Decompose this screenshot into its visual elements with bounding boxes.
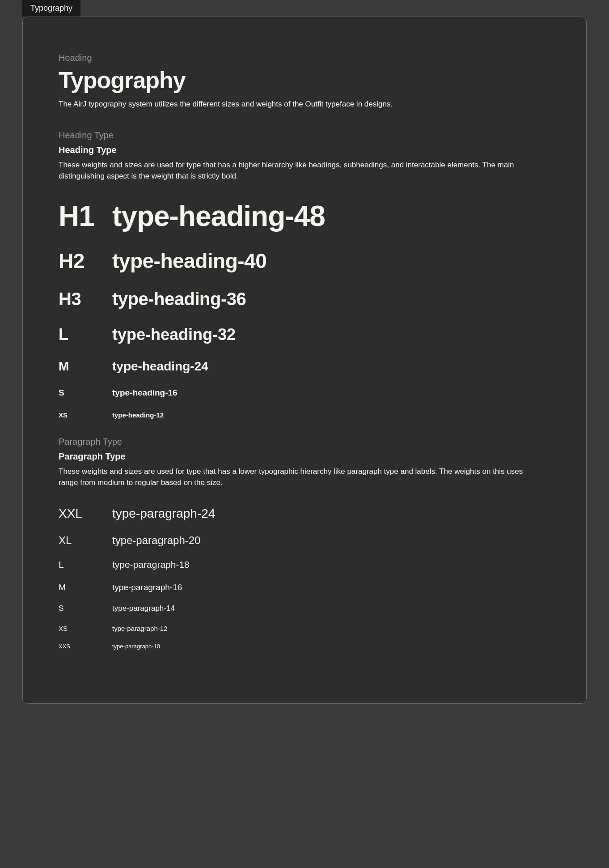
type-code: XL bbox=[59, 534, 112, 547]
section-label-heading-type: Heading Type bbox=[59, 130, 550, 140]
paragraph-type-desc: These weights and sizes are used for typ… bbox=[59, 466, 541, 488]
type-row-s: S type-heading-16 bbox=[59, 388, 550, 398]
tab-typography[interactable]: Typography bbox=[22, 0, 80, 17]
type-name: type-paragraph-18 bbox=[112, 559, 550, 570]
type-row-xxl: XXL type-paragraph-24 bbox=[59, 506, 550, 521]
type-code: H2 bbox=[59, 249, 112, 273]
type-name: type-heading-12 bbox=[112, 411, 550, 419]
type-name: type-heading-32 bbox=[112, 325, 550, 344]
type-code: H1 bbox=[59, 200, 112, 233]
type-name: type-heading-16 bbox=[112, 388, 550, 398]
type-code: XS bbox=[59, 625, 112, 632]
type-row-s-para: S type-paragraph-14 bbox=[59, 604, 550, 613]
type-name: type-heading-24 bbox=[112, 359, 550, 374]
tab-label: Typography bbox=[30, 4, 72, 13]
heading-type-desc: These weights and sizes are used for typ… bbox=[59, 160, 541, 182]
type-code: H3 bbox=[59, 289, 112, 309]
type-name: type-paragraph-12 bbox=[112, 625, 550, 632]
type-code: XXS bbox=[59, 643, 112, 650]
type-name: type-paragraph-10 bbox=[112, 643, 550, 650]
type-code: M bbox=[59, 359, 112, 374]
type-row-h2: H2 type-heading-40 bbox=[59, 249, 550, 273]
type-row-m-para: M type-paragraph-16 bbox=[59, 583, 550, 592]
type-row-h1: H1 type-heading-48 bbox=[59, 200, 550, 233]
type-name: type-heading-36 bbox=[112, 289, 550, 309]
type-code: M bbox=[59, 583, 112, 592]
type-code: L bbox=[59, 325, 112, 344]
type-name: type-paragraph-20 bbox=[112, 534, 550, 547]
type-row-l: L type-heading-32 bbox=[59, 325, 550, 344]
type-code: XXL bbox=[59, 506, 112, 521]
type-name: type-paragraph-16 bbox=[112, 583, 550, 592]
type-row-xxs: XXS type-paragraph-10 bbox=[59, 643, 550, 650]
type-name: type-paragraph-24 bbox=[112, 506, 550, 521]
type-row-l-para: L type-paragraph-18 bbox=[59, 559, 550, 570]
type-code: XS bbox=[59, 411, 112, 419]
type-row-h3: H3 type-heading-36 bbox=[59, 289, 550, 309]
section-label-heading: Heading bbox=[59, 53, 550, 63]
paragraph-type-title: Paragraph Type bbox=[59, 451, 550, 462]
type-code: L bbox=[59, 559, 112, 570]
type-name: type-heading-48 bbox=[112, 200, 550, 233]
type-row-xl: XL type-paragraph-20 bbox=[59, 534, 550, 547]
type-name: type-heading-40 bbox=[112, 249, 550, 273]
heading-type-title: Heading Type bbox=[59, 145, 550, 155]
section-label-paragraph-type: Paragraph Type bbox=[59, 437, 550, 447]
type-code: S bbox=[59, 604, 112, 613]
page-title: Typography bbox=[59, 67, 550, 94]
typography-panel: Heading Typography The AirJ typography s… bbox=[22, 17, 587, 704]
type-code: S bbox=[59, 388, 112, 398]
page-intro: The AirJ typography system utilizes the … bbox=[59, 100, 550, 109]
type-row-m: M type-heading-24 bbox=[59, 359, 550, 374]
type-name: type-paragraph-14 bbox=[112, 604, 550, 613]
type-row-xs: XS type-heading-12 bbox=[59, 411, 550, 419]
type-row-xs-para: XS type-paragraph-12 bbox=[59, 625, 550, 632]
